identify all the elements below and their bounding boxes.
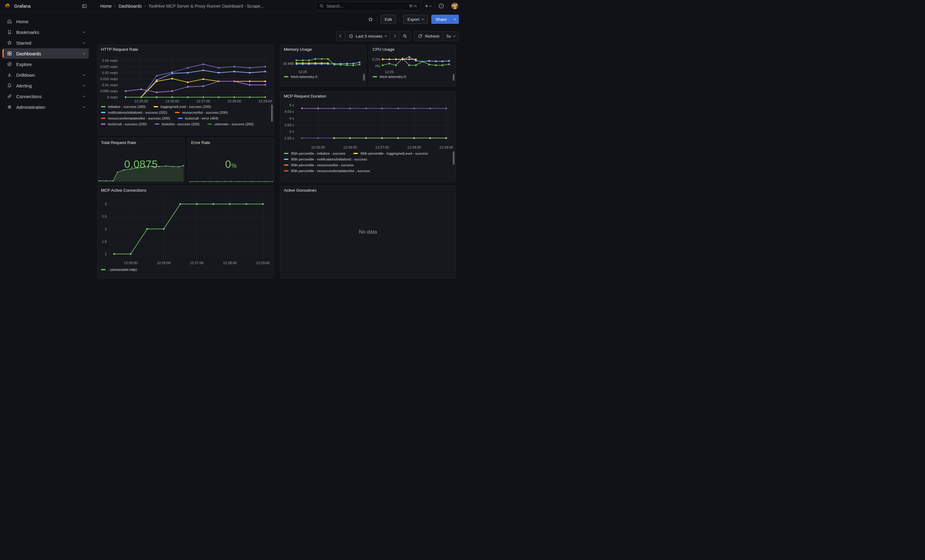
chevron-down-icon[interactable] bbox=[83, 30, 85, 33]
sidebar-item-home[interactable]: Home bbox=[3, 16, 89, 27]
search-input[interactable]: Search... ⌘+k bbox=[316, 2, 420, 11]
share-button[interactable]: Share bbox=[431, 15, 451, 24]
legend-series-swatch bbox=[372, 76, 377, 77]
sidebar-item-alerting[interactable]: Alerting bbox=[3, 80, 89, 91]
panel-title[interactable]: CPU Usage bbox=[369, 45, 455, 53]
panel-title[interactable]: Total Request Rate bbox=[98, 138, 184, 146]
legend-entry[interactable]: unknown - success (200) bbox=[207, 122, 253, 126]
connections-icon bbox=[7, 93, 12, 99]
mcp-request-duration-chart[interactable]: 5 s4.50 s4 s3.50 s3 s2.50 s12:25:0012:26… bbox=[280, 99, 455, 151]
legend-series-label: 95th percentile - resources/templates/li… bbox=[291, 169, 370, 173]
time-shift-forward-button[interactable] bbox=[390, 32, 399, 41]
time-controls: Last 5 minutes Refresh bbox=[336, 31, 459, 41]
memory-usage-chart[interactable]: 16 MiB12:25 bbox=[280, 53, 366, 74]
panel-title[interactable]: HTTP Request Rate bbox=[98, 45, 274, 53]
cpu-usage-chart[interactable]: 0.2%0%12:25 bbox=[369, 53, 455, 74]
legend-series-swatch bbox=[284, 170, 288, 171]
refresh-interval-picker[interactable]: 5s bbox=[443, 32, 458, 41]
legend-series-label: resources/templates/list - success (200) bbox=[108, 116, 170, 120]
legend-entry[interactable]: fetch-telemetry-0 bbox=[284, 75, 317, 78]
sidebar-item-bookmarks[interactable]: Bookmarks bbox=[3, 27, 89, 37]
legend-series-swatch bbox=[284, 164, 288, 166]
panel-title[interactable]: Active Goroutines bbox=[280, 186, 455, 194]
chevron-down-icon[interactable] bbox=[83, 84, 85, 86]
time-range-picker[interactable]: Last 5 minutes bbox=[345, 32, 390, 41]
stat-value: 0% bbox=[188, 158, 274, 170]
breadcrumb-home[interactable]: Home bbox=[100, 4, 111, 9]
sidebar-item-drilldown[interactable]: Drilldown bbox=[3, 70, 89, 80]
legend-entry[interactable]: - (streamable-http) bbox=[101, 268, 137, 272]
svg-text:12:27:00: 12:27:00 bbox=[375, 146, 389, 149]
legend-entry[interactable]: resources/list - success (200) bbox=[175, 111, 228, 114]
share-menu-button[interactable] bbox=[451, 15, 459, 24]
legend-entry[interactable]: notifications/initialized - success (202… bbox=[101, 111, 167, 114]
sidebar-item-administration[interactable]: Administration bbox=[3, 102, 89, 112]
help-icon[interactable]: ? bbox=[438, 3, 444, 9]
panel-error-rate: Error Rate 0% bbox=[187, 138, 274, 183]
legend-series-label: resources/list - success (200) bbox=[182, 111, 228, 114]
chevron-down-icon[interactable] bbox=[83, 73, 85, 75]
legend-entry[interactable]: logging/setLevel - success (200) bbox=[154, 105, 211, 108]
time-shift-back-button[interactable] bbox=[336, 32, 345, 41]
export-button[interactable]: Export bbox=[403, 15, 428, 24]
legend-entry[interactable]: tools/call - error (404) bbox=[178, 116, 218, 120]
svg-text:12:26:00: 12:26:00 bbox=[157, 261, 171, 265]
svg-text:0.03 req/s: 0.03 req/s bbox=[102, 59, 118, 62]
legend-entry[interactable]: 95th percentile - resources/list - succe… bbox=[284, 163, 354, 167]
legend-entry[interactable]: 95th percentile - initialize - success bbox=[284, 152, 345, 155]
legend-entry[interactable]: fetch-telemetry-0 bbox=[372, 75, 406, 78]
user-avatar[interactable] bbox=[451, 3, 458, 9]
mcp-active-connections-chart[interactable]: 32.521.5112:25:0012:26:0012:27:0012:28:0… bbox=[98, 194, 274, 267]
legend-series-label: 95th percentile - initialize - success bbox=[291, 152, 345, 155]
sidebar-item-label: Dashboards bbox=[16, 51, 41, 56]
legend-series-swatch bbox=[284, 153, 288, 154]
svg-text:0.005 req/s: 0.005 req/s bbox=[100, 89, 118, 93]
panel-title[interactable]: MCP Active Connections bbox=[98, 186, 274, 194]
error-rate-sparkline[interactable] bbox=[188, 176, 274, 183]
panel-title[interactable]: Memory Usage bbox=[280, 45, 366, 53]
sidebar-item-starred[interactable]: Starred bbox=[3, 38, 89, 48]
legend-entry[interactable]: resources/templates/list - success (200) bbox=[101, 116, 170, 120]
legend-series-swatch bbox=[101, 118, 105, 119]
panel-title[interactable]: Error Rate bbox=[188, 138, 274, 146]
chart-legend: 95th percentile - initialize - success95… bbox=[280, 151, 455, 175]
legend-scrollbar[interactable] bbox=[453, 151, 455, 165]
chevron-down-icon[interactable] bbox=[83, 105, 85, 108]
legend-series-swatch bbox=[175, 112, 179, 113]
chevron-down-icon[interactable] bbox=[83, 52, 85, 54]
breadcrumb: Home › Dashboards › ToolHive MCP Server … bbox=[100, 4, 264, 9]
sidebar-item-dashboards[interactable]: Dashboards bbox=[3, 48, 89, 59]
svg-text:5 s: 5 s bbox=[289, 103, 294, 107]
chevron-down-icon[interactable] bbox=[83, 95, 85, 97]
svg-text:4 s: 4 s bbox=[289, 116, 294, 120]
sidebar-item-connections[interactable]: Connections bbox=[3, 91, 89, 102]
grafana-logo-icon[interactable] bbox=[4, 3, 11, 9]
new-dropdown-button[interactable]: + bbox=[425, 3, 431, 9]
sidebar-item-label: Bookmarks bbox=[16, 30, 39, 35]
sidebar-collapse-icon[interactable] bbox=[82, 3, 87, 9]
legend-entry[interactable]: 95th percentile - logging/setLevel - suc… bbox=[353, 152, 428, 155]
share-split-button: Share bbox=[431, 15, 459, 24]
legend-entry[interactable]: tools/list - success (200) bbox=[155, 122, 199, 126]
legend-entry[interactable]: initialize - success (200) bbox=[101, 105, 146, 108]
legend-entry[interactable]: 95th percentile - notifications/initiali… bbox=[284, 158, 367, 161]
http-request-rate-chart[interactable]: 0.03 req/s0.025 req/s0.02 req/s0.015 req… bbox=[98, 53, 274, 104]
zoom-out-button[interactable] bbox=[399, 32, 411, 41]
refresh-button[interactable]: Refresh bbox=[414, 32, 443, 41]
favorite-star-icon[interactable] bbox=[368, 17, 374, 22]
sidebar-item-explore[interactable]: Explore bbox=[3, 59, 89, 69]
legend-series-label: 95th percentile - logging/setLevel - suc… bbox=[360, 152, 428, 155]
breadcrumb-dashboards[interactable]: Dashboards bbox=[119, 4, 142, 9]
legend-scrollbar[interactable] bbox=[363, 74, 365, 81]
edit-button[interactable]: Edit bbox=[381, 15, 396, 24]
legend-scrollbar[interactable] bbox=[453, 74, 455, 81]
bookmark-icon bbox=[7, 29, 12, 35]
svg-text:12:28:00: 12:28:00 bbox=[223, 261, 237, 265]
chevron-down-icon[interactable] bbox=[83, 41, 85, 44]
panel-title[interactable]: MCP Request Duration bbox=[280, 92, 455, 99]
legend-entry[interactable]: tools/call - success (200) bbox=[101, 122, 147, 126]
svg-text:0%: 0% bbox=[375, 64, 380, 68]
legend-series-label: fetch-telemetry-0 bbox=[380, 75, 406, 78]
legend-scrollbar[interactable] bbox=[271, 105, 273, 122]
legend-entry[interactable]: 95th percentile - resources/templates/li… bbox=[284, 169, 370, 173]
